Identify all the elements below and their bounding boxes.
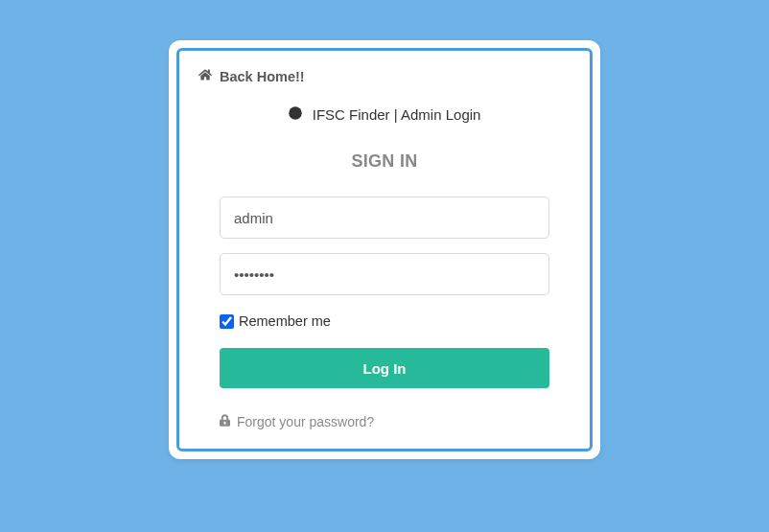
remember-me-checkbox[interactable] (220, 314, 234, 329)
home-icon (198, 68, 212, 84)
login-button[interactable]: Log In (220, 348, 549, 388)
back-home-label: Back Home!! (220, 69, 305, 84)
remember-me-text: Remember me (239, 313, 331, 329)
lock-icon (220, 414, 230, 429)
globe-icon (289, 106, 306, 123)
username-input[interactable] (220, 197, 549, 239)
brand-row: IFSC Finder | Admin Login (191, 106, 578, 123)
signin-title: SIGN IN (191, 151, 578, 172)
forgot-password-link[interactable]: Forgot your password? (220, 414, 374, 437)
password-input[interactable] (220, 253, 549, 295)
login-card: Back Home!! IFSC Finder | Admin Login SI… (169, 40, 600, 459)
brand-text: IFSC Finder | Admin Login (313, 106, 481, 123)
back-home-link[interactable]: Back Home!! (191, 68, 305, 84)
forgot-password-text: Forgot your password? (237, 414, 374, 429)
remember-me-label[interactable]: Remember me (220, 313, 549, 329)
login-card-inner: Back Home!! IFSC Finder | Admin Login SI… (176, 48, 593, 451)
login-form: Remember me Log In Forgot your password? (191, 197, 578, 437)
